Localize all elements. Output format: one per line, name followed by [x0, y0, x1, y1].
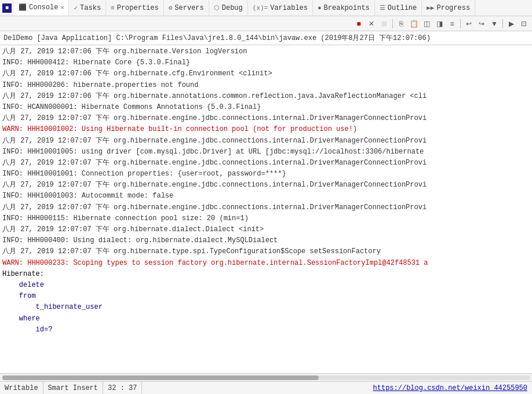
forward-button[interactable]: ↪ [476, 18, 487, 30]
log-line-8: 八月 27, 2019 12:07:07 下午 org.hibernate.en… [2, 136, 530, 147]
copy-button[interactable]: ⎘ [395, 18, 407, 30]
tasks-icon: ✓ [74, 4, 78, 12]
tab-debug-label: Debug [222, 4, 243, 12]
link-label: https://blog.csdn.net/weixin_44255950 [373, 384, 527, 392]
console-output[interactable]: 八月 27, 2019 12:07:06 下午 org.hibernate.Ve… [0, 45, 532, 373]
log-line-20: Hibernate: [2, 269, 530, 280]
outline-icon: ☰ [380, 4, 385, 12]
tab-outline[interactable]: ☰ Outline [375, 0, 422, 16]
tab-outline-label: Outline [388, 4, 417, 12]
log-line-16: 八月 27, 2019 12:07:07 下午 org.hibernate.di… [2, 224, 530, 235]
log-line-15: INFO: HHH000115: Hibernate connection po… [2, 213, 530, 224]
log-line-1: INFO: HHH000412: Hibernate Core {5.3.0.F… [2, 57, 530, 68]
remove-button[interactable]: ✕ [366, 18, 377, 30]
position-label: 32 : 37 [108, 384, 137, 392]
tab-debug[interactable]: ⬡ Debug [209, 0, 248, 16]
log-line-4: 八月 27, 2019 12:07:06 下午 org.hibernate.an… [2, 91, 530, 102]
insert-mode-label: Smart Insert [48, 384, 98, 392]
writable-label: Writable [5, 384, 38, 392]
log-line-21: delete [2, 280, 530, 291]
variables-icon: (x)= [253, 5, 268, 12]
log-line-14: 八月 27, 2019 12:07:07 下午 org.hibernate.en… [2, 202, 530, 213]
insert-mode-status: Smart Insert [43, 382, 103, 394]
pin-button[interactable]: ⊡ [518, 18, 530, 30]
tab-breakpoints[interactable]: ● Breakpoints [313, 0, 375, 16]
tab-tasks-label: Tasks [80, 4, 101, 12]
log-line-17: INFO: HHH000400: Using dialect: org.hibe… [2, 235, 530, 246]
log-line-18: 八月 27, 2019 12:07:07 下午 org.hibernate.ty… [2, 246, 530, 257]
run-button[interactable]: ▶ [505, 18, 517, 30]
progress-icon: ▶▶ [427, 4, 434, 12]
link-status[interactable]: https://blog.csdn.net/weixin_44255950 [369, 382, 532, 394]
breakpoints-icon: ● [318, 5, 322, 12]
debug-icon: ⬡ [214, 4, 220, 12]
log-line-23: t_hibernate_user [2, 302, 530, 313]
horizontal-scrollbar[interactable] [0, 373, 532, 381]
log-line-22: from [2, 291, 530, 302]
log-line-25: id=? [2, 324, 530, 335]
scrollbar-thumb[interactable] [2, 375, 319, 380]
tab-variables[interactable]: (x)= Variables [248, 0, 313, 16]
log-line-10: 八月 27, 2019 12:07:07 下午 org.hibernate.en… [2, 158, 530, 169]
writable-status: Writable [0, 382, 43, 394]
tab-tasks[interactable]: ✓ Tasks [69, 0, 106, 16]
log-line-24: where [2, 313, 530, 324]
tab-console[interactable]: ⬛ Console ✕ [14, 0, 69, 16]
tab-properties-label: Properties [117, 4, 159, 12]
dropdown-button[interactable]: ▼ [489, 18, 500, 30]
log-line-9: INFO: HHH10001005: using driver [com.mys… [2, 147, 530, 158]
view2-button[interactable]: ◨ [433, 18, 445, 30]
tab-progress[interactable]: ▶▶ Progress [422, 0, 475, 16]
toolbar-sep-1 [392, 19, 393, 28]
log-line-2: 八月 27, 2019 12:07:06 下午 org.hibernate.cf… [2, 68, 530, 79]
tab-breakpoints-label: Breakpoints [324, 4, 370, 12]
back-button[interactable]: ↩ [463, 18, 475, 30]
log-line-12: 八月 27, 2019 12:07:07 下午 org.hibernate.en… [2, 180, 530, 191]
status-bar: Writable Smart Insert 32 : 37 https://bl… [0, 381, 532, 394]
view1-button[interactable]: ◫ [421, 18, 432, 30]
log-line-19: WARN: HHH000233: Scoping types to sessio… [2, 258, 530, 269]
log-line-6: 八月 27, 2019 12:07:07 下午 org.hibernate.en… [2, 113, 530, 124]
terminate-button[interactable]: ⊠ [378, 18, 390, 30]
paste-button[interactable]: 📋 [408, 18, 420, 30]
servers-icon: ⚙ [169, 4, 173, 12]
process-bar: DelDemo [Java Application] C:\Program Fi… [0, 31, 532, 45]
stop-button[interactable]: ■ [353, 18, 365, 30]
tab-console-label: Console [29, 3, 58, 12]
tab-progress-label: Progress [437, 4, 471, 12]
log-line-11: INFO: HHH10001001: Connection properties… [2, 169, 530, 180]
console-icon: ⬛ [19, 3, 27, 11]
tab-servers[interactable]: ⚙ Servers [164, 0, 209, 16]
menu-button[interactable]: ≡ [446, 18, 458, 30]
properties-icon: ≡ [111, 5, 115, 12]
tab-variables-label: Variables [270, 4, 308, 12]
tab-servers-label: Servers [174, 4, 203, 12]
tab-bar: ■ ⬛ Console ✕ ✓ Tasks ≡ Properties ⚙ Ser… [0, 0, 532, 16]
toolbar-sep-3 [502, 19, 503, 28]
position-status: 32 : 37 [103, 382, 142, 394]
log-line-7: WARN: HHH10001002: Using Hibernate built… [2, 124, 530, 135]
close-icon[interactable]: ✕ [60, 4, 64, 11]
log-line-3: INFO: HHH000206: hibernate.properties no… [2, 80, 530, 91]
toolbar-sep-2 [460, 19, 461, 28]
log-line-13: INFO: HHH10001003: Autocommit mode: fals… [2, 191, 530, 202]
scrollbar-track[interactable] [2, 375, 530, 380]
window-icon: ■ [2, 3, 12, 13]
log-line-0: 八月 27, 2019 12:07:06 下午 org.hibernate.Ve… [2, 46, 530, 57]
toolbar: ■ ✕ ⊠ ⎘ 📋 ◫ ◨ ≡ ↩ ↪ ▼ ▶ ⊡ [0, 16, 532, 31]
log-line-5: INFO: HCANN000001: Hibernate Commons Ann… [2, 102, 530, 113]
tab-properties[interactable]: ≡ Properties [106, 0, 164, 16]
process-text: DelDemo [Java Application] C:\Program Fi… [3, 34, 431, 42]
